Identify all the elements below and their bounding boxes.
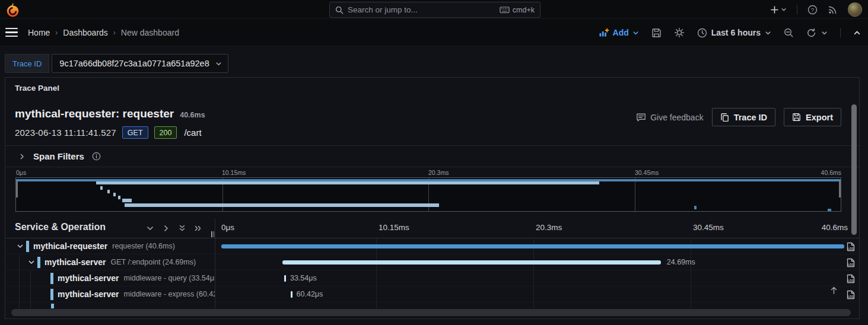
log-icon[interactable]: LOG [847, 274, 855, 283]
minimap-span-bar [694, 206, 697, 209]
timeline-tick-labels: 0μs 10.15ms 20.3ms 30.45ms 40.6ms [219, 223, 848, 235]
horizontal-scrollbar[interactable] [11, 309, 851, 316]
grafana-logo-icon[interactable] [5, 2, 20, 18]
timeline-tick: 20.3ms [536, 223, 562, 232]
plus-icon [770, 5, 779, 14]
span-row[interactable]: mythical-server middleware - query (33.5… [6, 270, 859, 286]
add-label: Add [613, 28, 629, 37]
minimap-tick-labels: 0μs 10.15ms 20.3ms 30.45ms 40.6ms [15, 169, 841, 177]
breadcrumb: Home › Dashboards › New dashboard [28, 28, 179, 37]
span-bar[interactable] [291, 291, 292, 298]
give-feedback-label: Give feedback [650, 113, 704, 122]
minimap-span-bar [96, 181, 599, 184]
add-panel-button[interactable]: Add [599, 28, 639, 37]
span-row[interactable]: mythical-requester requester (40.6ms) LO… [6, 238, 859, 254]
chevron-right-icon [18, 153, 26, 160]
breadcrumb-home[interactable]: Home [28, 28, 50, 37]
log-icon[interactable]: LOG [847, 242, 855, 251]
svg-text:LOG: LOG [848, 279, 854, 282]
span-service-name: mythical-requester [33, 241, 107, 251]
span-duration-label: 24.69ms [667, 258, 695, 266]
minimap-viewport-handle[interactable] [16, 181, 18, 197]
help-icon[interactable]: ? [807, 5, 818, 15]
collapse-all-double-chevron-down-icon[interactable] [178, 224, 186, 232]
minimap-tick: 30.45ms [635, 169, 659, 176]
log-icon[interactable]: LOG [847, 290, 855, 299]
minimap-tick: 0μs [16, 169, 26, 176]
zoom-out-icon[interactable] [784, 28, 794, 38]
export-button[interactable]: Export [784, 108, 841, 126]
vertical-scrollbar[interactable] [851, 104, 857, 235]
collapse-chevron-up-icon[interactable] [853, 29, 861, 37]
trace-timeline-minimap[interactable] [15, 177, 841, 212]
minimap-viewport-handle[interactable] [839, 181, 841, 197]
span-filters-label: Span Filters [33, 151, 84, 161]
dashboard-toolbar: Home › Dashboards › New dashboard Add La… [0, 19, 868, 46]
minimap-span-bar [107, 190, 110, 193]
refresh-icon[interactable] [806, 28, 816, 38]
span-bar[interactable] [284, 275, 286, 282]
http-status-badge: 200 [154, 126, 177, 139]
top-chrome-bar: cmd+k ? [0, 0, 868, 19]
trace-timestamp: 2023-06-13 11:11:41.527 [15, 128, 116, 138]
trace-id-variable-label: Trace ID [5, 54, 49, 73]
breadcrumb-dashboards[interactable]: Dashboards [63, 28, 108, 37]
info-icon [92, 152, 101, 161]
span-bar[interactable] [221, 244, 844, 248]
panel-title[interactable]: Trace Panel [15, 84, 59, 93]
request-path: /cart [184, 128, 201, 138]
user-avatar[interactable] [848, 2, 862, 17]
expand-one-chevron-right-icon[interactable] [162, 224, 170, 232]
span-service-name: mythical-server [58, 273, 119, 283]
svg-text:?: ? [811, 6, 814, 12]
new-menu-button[interactable] [770, 5, 787, 14]
span-duration-label: 33.54μs [290, 274, 317, 282]
divider [840, 28, 841, 37]
news-icon[interactable] [828, 5, 838, 15]
span-operation-name: requester (40.6ms) [112, 242, 175, 250]
save-dashboard-icon[interactable] [651, 28, 662, 38]
service-color-bar [51, 304, 54, 308]
span-filters-toggle[interactable]: Span Filters [18, 151, 101, 161]
breadcrumb-separator: › [55, 28, 58, 37]
chevron-down-icon[interactable] [28, 259, 35, 266]
settings-gear-icon[interactable] [674, 27, 685, 38]
time-range-label: Last 6 hours [711, 28, 761, 37]
give-feedback-button[interactable]: Give feedback [636, 113, 704, 122]
global-search: cmd+k [329, 2, 540, 18]
service-color-bar [26, 241, 29, 252]
time-range-picker[interactable]: Last 6 hours [697, 28, 771, 38]
chevron-down-icon[interactable] [17, 243, 24, 250]
divider [5, 145, 859, 146]
search-shortcut: cmd+k [500, 5, 535, 14]
scroll-to-top-button[interactable] [826, 283, 841, 297]
span-service-name: mythical-server [58, 289, 119, 299]
trace-id-copy-button[interactable]: Trace ID [712, 108, 775, 126]
timeline-tick: 30.45ms [693, 223, 724, 232]
expand-all-double-chevron-right-icon[interactable] [194, 224, 202, 232]
column-resizer-handle[interactable] [211, 231, 214, 237]
span-bar[interactable] [282, 260, 661, 265]
minimap-tick: 10.15ms [222, 169, 246, 176]
chevron-down-icon [632, 30, 639, 36]
span-row[interactable]: mythical-server middleware - express (60… [6, 286, 859, 302]
search-input[interactable] [348, 5, 495, 14]
trace-duration: 40.6ms [180, 111, 205, 119]
export-button-label: Export [806, 113, 833, 122]
chevron-down-icon [765, 30, 771, 36]
menu-icon[interactable] [5, 28, 18, 37]
collapse-one-chevron-down-icon[interactable] [146, 224, 154, 232]
span-row[interactable]: mythical-server GET /:endpoint (24.69ms)… [6, 254, 859, 270]
minimap-tick: 40.6ms [821, 169, 841, 176]
comment-icon [636, 113, 646, 122]
log-icon[interactable]: LOG [847, 258, 855, 267]
service-color-bar [50, 289, 53, 300]
svg-text:LOG: LOG [848, 247, 854, 250]
timeline-tick: 0μs [221, 223, 234, 232]
minimap-span-bar [122, 199, 132, 202]
trace-id-value: 9c17a66db08f27c3a1a0771a651a92e8 [59, 59, 209, 68]
trace-panel: Trace Panel mythical-requester: requeste… [5, 77, 860, 319]
refresh-interval-chevron-icon[interactable] [821, 30, 828, 36]
trace-id-select[interactable]: 9c17a66db08f27c3a1a0771a651a92e8 [52, 54, 228, 73]
minimap-gridline [635, 178, 635, 211]
